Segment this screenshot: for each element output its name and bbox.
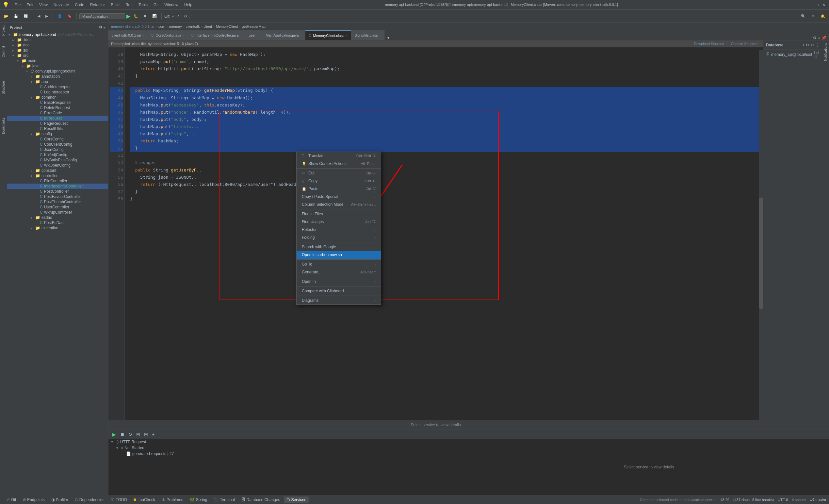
tab-6[interactable]: SignUtils.class × bbox=[351, 30, 385, 40]
notifications-button[interactable]: 🔔 bbox=[819, 13, 827, 19]
tree-item-result-utils[interactable]: CResultUtils bbox=[7, 126, 108, 131]
tree-item-controller[interactable]: ▾📁controller bbox=[7, 173, 108, 178]
tab-close-1[interactable]: × bbox=[183, 34, 185, 37]
scrollbar-thumb[interactable] bbox=[759, 197, 763, 309]
tab-close-2[interactable]: × bbox=[240, 34, 242, 37]
sidebar-settings-icon[interactable]: ⚙ bbox=[99, 25, 102, 29]
tree-item-error-code[interactable]: CErrorCode bbox=[7, 110, 108, 116]
ctx-refactor[interactable]: Refactor › bbox=[297, 226, 381, 233]
toolbar-save[interactable]: 💾 bbox=[12, 13, 20, 19]
tree-item-aop[interactable]: ▾📁aop bbox=[7, 79, 108, 84]
toolbar-open[interactable]: 📂 bbox=[2, 13, 10, 19]
menu-git[interactable]: Git bbox=[151, 2, 161, 8]
ctx-generate[interactable]: Generate... Alt+Insert bbox=[297, 268, 381, 276]
ctx-context-actions[interactable]: 💡Show Context Actions Alt+Enter bbox=[297, 160, 381, 168]
db-settings-icon[interactable]: ⚙ bbox=[810, 43, 814, 47]
footer-tab-services[interactable]: ⬡ Services bbox=[284, 497, 309, 503]
commit-panel-toggle[interactable]: Commit bbox=[1, 45, 6, 59]
db-more-icon[interactable]: ⋮ bbox=[815, 43, 819, 47]
close-button[interactable]: ✕ bbox=[821, 2, 826, 7]
notifications-tab[interactable]: Notifications bbox=[823, 40, 828, 63]
toolbar-bookmark[interactable]: 🔖 bbox=[65, 13, 74, 19]
vertical-scrollbar[interactable] bbox=[759, 50, 763, 420]
tree-item-post-thumb-controller[interactable]: CPostThumbController bbox=[7, 199, 108, 205]
tab-0[interactable]: client-sdk-0.0.1-jar × bbox=[108, 30, 148, 40]
tree-item-package[interactable]: ▾⬡com.yupi.springbootinit bbox=[7, 69, 108, 74]
ctx-translate[interactable]: TTranslate Ctrl+Shift+Y bbox=[297, 152, 381, 160]
tree-item-page-request[interactable]: CPageRequest bbox=[7, 121, 108, 126]
minimize-button[interactable]: — bbox=[808, 2, 813, 7]
maximize-button[interactable]: □ bbox=[815, 2, 820, 7]
profile-button[interactable]: 📊 bbox=[150, 13, 159, 19]
tab-close-4[interactable]: × bbox=[300, 34, 302, 37]
tab-close-3[interactable]: × bbox=[257, 34, 259, 37]
tab-close-6[interactable]: × bbox=[379, 34, 381, 37]
tree-item-annotation[interactable]: ▸📁annotation bbox=[7, 74, 108, 79]
run-config-dropdown[interactable]: MainApplication bbox=[79, 13, 125, 19]
tree-item-wx-mp-controller[interactable]: CWxMpController bbox=[7, 210, 108, 215]
download-sources-link[interactable]: Download Sources bbox=[694, 42, 724, 46]
tree-item-src[interactable]: ▾📁src bbox=[7, 53, 108, 58]
tree-item-base-response[interactable]: CBaseResponse bbox=[7, 100, 108, 105]
tree-item-knife4j-config[interactable]: CKnife4jConfig bbox=[7, 152, 108, 157]
ctx-open-in[interactable]: Open In › bbox=[297, 278, 381, 286]
git-branch-label[interactable]: ⎇ master bbox=[810, 498, 826, 502]
ctx-cut[interactable]: ✂Cut Ctrl+X bbox=[297, 169, 381, 177]
toolbar-vcs[interactable]: 👤 bbox=[56, 13, 64, 19]
ctx-folding[interactable]: Folding › bbox=[297, 233, 381, 241]
footer-tab-git[interactable]: ⎇ Git bbox=[3, 497, 19, 503]
menu-view[interactable]: View bbox=[37, 2, 50, 8]
cursor-position[interactable]: 48:29 bbox=[720, 498, 729, 502]
tab-5[interactable]: C MemoryClient.class × bbox=[305, 30, 351, 40]
tree-item-wx-open-config[interactable]: CWxOpenConfig bbox=[7, 163, 108, 168]
menu-edit[interactable]: Edit bbox=[24, 2, 36, 8]
services-add-btn[interactable]: + bbox=[151, 431, 156, 438]
ctx-open-carbon[interactable]: Open in carbon.now.sh bbox=[297, 251, 381, 259]
breadcrumb-jar[interactable]: memory-client-sdk-0.0.1.jar bbox=[111, 25, 154, 28]
tab-2[interactable]: C InterfaceInfoController.java × bbox=[188, 30, 246, 40]
structure-panel-toggle[interactable]: Structure bbox=[1, 80, 6, 96]
encoding-label[interactable]: UTF-8 bbox=[778, 498, 788, 502]
settings-button[interactable]: ⚙ bbox=[809, 13, 817, 19]
run-button[interactable]: ▶ bbox=[127, 13, 130, 19]
tree-item-interface-info-controller[interactable]: CInterfaceInfoController bbox=[7, 184, 108, 189]
menu-file[interactable]: File bbox=[12, 2, 23, 8]
menu-window[interactable]: Window bbox=[162, 2, 181, 8]
toolbar-back[interactable]: ◀ bbox=[36, 13, 42, 19]
tree-item-sql[interactable]: ▸📁sql bbox=[7, 48, 108, 53]
ctx-paste[interactable]: 📋Paste Ctrl+V bbox=[297, 185, 381, 193]
code-content[interactable]: HashMap<String, Object> paramMap = new H… bbox=[125, 40, 763, 430]
project-panel-toggle[interactable]: Project bbox=[1, 24, 6, 37]
footer-tab-spring[interactable]: 🌿 Spring bbox=[187, 497, 210, 503]
service-generated-requests[interactable]: 📄 generated-requests | #7 bbox=[108, 451, 469, 457]
tree-item-cors-config[interactable]: CCorsConfig bbox=[7, 137, 108, 142]
tree-item-mybatis-plus-config[interactable]: CMyBatisPlusConfig bbox=[7, 157, 108, 163]
tree-item-root[interactable]: ▾ 📁 memory-api-backend D:\Project\星球项目\m… bbox=[7, 32, 108, 37]
db-refresh-icon[interactable]: ↻ bbox=[806, 43, 809, 47]
ctx-find-files[interactable]: Find in Files bbox=[297, 210, 381, 218]
tab-close-5[interactable]: × bbox=[346, 34, 348, 37]
tree-item-post-favour-controller[interactable]: CPostFavourController bbox=[7, 194, 108, 199]
tree-item-id-request[interactable]: CIdRequest bbox=[7, 116, 108, 121]
ctx-diagrams[interactable]: Diagrams › bbox=[297, 297, 381, 304]
tree-item-common[interactable]: ▾📁common bbox=[7, 95, 108, 100]
footer-tab-todo[interactable]: ☑ TODO bbox=[108, 497, 129, 503]
breadcrumb-memoryclient[interactable]: MemoryClient bbox=[216, 25, 238, 28]
database-connection[interactable]: 🗄 memory_api@localhost 1 of 33 bbox=[763, 50, 822, 60]
tree-item-cos-client-config[interactable]: CCosClientConfig bbox=[7, 142, 108, 147]
service-http-request[interactable]: ▾ ⬡ HTTP Request bbox=[108, 439, 469, 445]
breadcrumb-client[interactable]: client bbox=[204, 25, 212, 28]
ctx-search-google[interactable]: Search with Google bbox=[297, 243, 381, 251]
ctx-find-usages[interactable]: Find Usages Alt+F7 bbox=[297, 218, 381, 226]
tree-item-esdao[interactable]: ▾📁esdao bbox=[7, 215, 108, 220]
coverage-button[interactable]: ⛊ bbox=[141, 13, 149, 19]
ctx-copy[interactable]: ⎘Copy Ctrl+C bbox=[297, 177, 381, 185]
ctx-go-to[interactable]: Go To › bbox=[297, 260, 381, 268]
tree-item-config[interactable]: ▾📁config bbox=[7, 131, 108, 137]
breadcrumb-com[interactable]: com bbox=[158, 25, 165, 28]
menu-code[interactable]: Code bbox=[72, 2, 87, 8]
tab-1[interactable]: C CorsConfig.java × bbox=[148, 30, 188, 40]
breadcrumb-getheadermap[interactable]: getHeaderMap bbox=[242, 25, 265, 28]
services-restart-btn[interactable]: ↻ bbox=[127, 431, 134, 438]
menu-help[interactable]: Help bbox=[182, 2, 195, 8]
